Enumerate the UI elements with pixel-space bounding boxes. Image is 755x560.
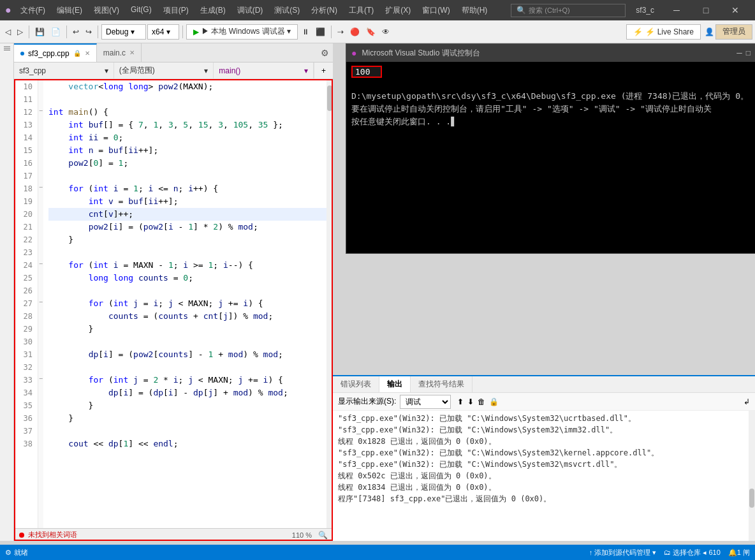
status-left: ⚙ 就绪 [5, 548, 28, 557]
back-button[interactable]: ◁ [3, 26, 13, 38]
right-area: 解决方案资源管理器 🏠 ↺ ↩ ⊞ ⚙ 📌 ✕ 📁 🔧 ↺ 📂 ⚙ 🔍 [333, 43, 755, 541]
sidebar-handle[interactable]: ||| [3, 46, 10, 51]
search-placeholder: 搜索 (Ctrl+Q) [529, 6, 569, 15]
minimize-button[interactable]: ─ [662, 0, 691, 20]
nav-global-dropdown[interactable]: (全局范围) ▾ [114, 63, 214, 78]
menu-file[interactable]: 文件(F) [15, 4, 50, 17]
tab-gear[interactable]: ⚙ [317, 43, 333, 62]
scroll-thumb[interactable] [327, 85, 332, 111]
output-scroll-thumb[interactable] [749, 489, 754, 508]
status-source-control[interactable]: ↑ 添加到源代码管理 ▾ [589, 548, 657, 557]
output-tab-output[interactable]: 输出 [379, 376, 411, 392]
arch-dropdown[interactable]: x64 ▾ [147, 24, 179, 40]
menu-help[interactable]: 帮助(H) [457, 4, 493, 17]
editor-area: sf3_cpp.cpp 🔒 ✕ main.c ✕ ⚙ sf3_cpp ▾ (全局… [14, 43, 333, 541]
left-sidebar: ||| [0, 43, 14, 541]
watch-button[interactable]: 👁 [379, 26, 392, 38]
code-line-22: } [48, 233, 326, 246]
undo-button[interactable]: ↩ [70, 26, 82, 38]
output-line-5: "sf3_cpp.exe"(Win32): 已加载 "C:\Windows\Sy… [338, 459, 750, 471]
output-tool-2[interactable]: ⬇ [467, 397, 474, 406]
search-icon: 🔍 [517, 6, 526, 15]
new-file-button[interactable]: 📄 [48, 26, 63, 38]
output-line-6: 线程 0x502c 已退出，返回值为 0 (0x0)。 [338, 471, 750, 482]
output-tab-find[interactable]: 查找符号结果 [411, 376, 473, 392]
output-source-select[interactable]: 调试 [400, 395, 451, 409]
breakpoint-button[interactable]: 🔴 [348, 26, 362, 38]
tab-label: sf3_cpp.cpp [28, 49, 70, 58]
dc-min-btn[interactable]: ─ [737, 48, 742, 57]
nav-scope-label: sf3_cpp [19, 66, 46, 75]
menu-view[interactable]: 视图(V) [89, 4, 124, 17]
live-share-button[interactable]: ⚡ ⚡ Live Share [626, 24, 701, 40]
code-line-38: cout << dp[1] << endl; [48, 438, 326, 450]
collapse-btn-18[interactable]: − [38, 181, 43, 194]
debug-input[interactable]: 100 [351, 66, 382, 78]
code-line-35: } [48, 399, 326, 412]
code-line-17 [48, 170, 326, 182]
run-debugger-button[interactable]: ▶ ▶ 本地 Windows 调试器 ▾ [186, 24, 298, 40]
menu-tools[interactable]: 工具(T) [344, 4, 379, 17]
save-button[interactable]: 💾 [33, 26, 47, 38]
output-line-4: "sf3_cpp.exe"(Win32): 已加载 "C:\Windows\Sy… [338, 448, 750, 459]
collapse-btn-24[interactable]: − [38, 258, 43, 270]
collapse-btn-27[interactable]: − [38, 296, 43, 309]
output-tool-4[interactable]: 🔒 [489, 397, 499, 406]
code-container[interactable]: 10 11 12 13 14 15 16 17 18 19 20 21 22 2… [14, 79, 333, 528]
admin-button[interactable]: 管理员 [715, 24, 752, 40]
code-line-15: int n = buf[ii++]; [48, 144, 326, 157]
menu-project[interactable]: 项目(P) [158, 4, 194, 17]
menu-test[interactable]: 测试(S) [269, 4, 305, 17]
error-text: 未找到相关词语 [28, 530, 77, 540]
pause-button[interactable]: ⏸ [299, 26, 312, 38]
search-box[interactable]: 🔍 搜索 (Ctrl+Q) [511, 4, 626, 17]
vertical-scrollbar[interactable] [326, 79, 333, 528]
status-repo[interactable]: 🗂 选择仓库 ◂ 610 [664, 548, 721, 557]
tab-sf3cpp[interactable]: sf3_cpp.cpp 🔒 ✕ [14, 43, 97, 62]
nav-bar: sf3_cpp ▾ (全局范围) ▾ main() ▾ + [14, 63, 333, 79]
menu-window[interactable]: 窗口(W) [417, 4, 455, 17]
arch-label: x64 [152, 27, 164, 36]
nav-function-dropdown[interactable]: main() ▾ [214, 63, 314, 78]
forward-button[interactable]: ▷ [15, 26, 26, 38]
separator-4 [182, 26, 183, 38]
stop-button[interactable]: ⬛ [313, 26, 328, 38]
bookmark-button[interactable]: 🔖 [363, 26, 378, 38]
code-content[interactable]: vector<long long> pow2(MAXN); int main()… [43, 79, 326, 528]
menu-edit[interactable]: 编辑(E) [52, 4, 87, 17]
output-wrap-icon[interactable]: ↲ [744, 397, 750, 406]
output-tool-3[interactable]: 🗑 [478, 397, 485, 406]
dc-max-btn[interactable]: □ [746, 48, 751, 57]
menu-extensions[interactable]: 扩展(X) [380, 4, 416, 17]
maximize-button[interactable]: □ [691, 0, 721, 20]
tab-label-main: main.c [103, 48, 126, 57]
main-area: ||| sf3_cpp.cpp 🔒 ✕ main.c ✕ ⚙ sf3_cpp ▾ [0, 43, 755, 541]
debug-mode-dropdown[interactable]: Debug ▾ [101, 24, 146, 40]
tab-close-icon[interactable]: ✕ [85, 50, 90, 57]
collapse-btn-33[interactable]: − [38, 372, 43, 385]
nav-expand-button[interactable]: + [314, 63, 333, 78]
redo-button[interactable]: ↪ [83, 26, 94, 38]
output-tool-1[interactable]: ⬆ [457, 397, 464, 406]
menu-bar: 文件(F) 编辑(E) 视图(V) Git(G) 项目(P) 生成(B) 调试(… [15, 4, 511, 17]
code-editor-wrapper: 10 11 12 13 14 15 16 17 18 19 20 21 22 2… [14, 79, 333, 541]
code-line-27: for (int j = i; j < MAXN; j += i) { [48, 297, 326, 310]
step-over-button[interactable]: ⇢ [335, 26, 346, 38]
collapse-btn-12[interactable]: − [38, 105, 43, 117]
output-tab-errors[interactable]: 错误列表 [333, 376, 379, 392]
status-notification[interactable]: 🔔1 闸 [728, 548, 750, 557]
code-line-18: for (int i = 1; i <= n; i++) { [48, 182, 326, 195]
menu-build[interactable]: 生成(B) [195, 4, 231, 17]
code-line-30 [48, 335, 326, 348]
status-bar: ⚙ 就绪 ↑ 添加到源代码管理 ▾ 🗂 选择仓库 ◂ 610 🔔1 闸 [0, 545, 755, 560]
output-scrollbar[interactable] [749, 411, 755, 541]
live-share-icon: ⚡ [633, 27, 643, 36]
menu-git[interactable]: Git(G) [126, 4, 157, 17]
tab-close-icon-2[interactable]: ✕ [129, 49, 135, 56]
menu-analyze[interactable]: 分析(N) [306, 4, 342, 17]
code-line-21: pow2[i] = (pow2[i - 1] * 2) % mod; [48, 221, 326, 233]
close-button[interactable]: ✕ [721, 0, 750, 20]
menu-debug[interactable]: 调试(D) [232, 4, 268, 17]
tab-mainc[interactable]: main.c ✕ [97, 43, 142, 62]
nav-scope-dropdown[interactable]: sf3_cpp ▾ [14, 63, 114, 78]
